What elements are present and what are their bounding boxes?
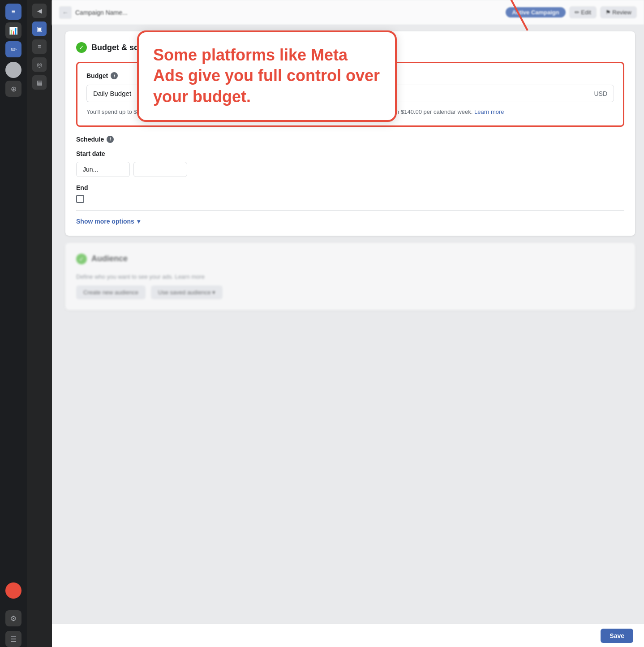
- audience-card: ✓ Audience Define who you want to see yo…: [65, 243, 635, 310]
- sidebar-icon-stats[interactable]: 📊: [5, 22, 21, 39]
- svg-line-1: [510, 0, 528, 30]
- callout-wrapper: Some platforms like Meta Ads give you fu…: [137, 30, 635, 122]
- audience-title: Audience: [91, 254, 128, 263]
- audience-check-icon: ✓: [76, 254, 87, 264]
- sidebar-icon-add[interactable]: ⊕: [5, 81, 21, 97]
- saved-audience-button[interactable]: Use saved audience ▾: [151, 285, 223, 299]
- budget-info-icon[interactable]: i: [111, 72, 118, 79]
- end-date-checkbox[interactable]: [76, 195, 84, 203]
- schedule-info-icon[interactable]: i: [107, 136, 114, 143]
- sidebar2-icon-4[interactable]: ◎: [32, 57, 47, 72]
- start-date-label: Start date: [76, 150, 624, 157]
- sidebar-icon-edit[interactable]: ✏: [5, 41, 21, 57]
- callout-text: Some platforms like Meta Ads give you fu…: [153, 45, 381, 108]
- sidebar2-icon-5[interactable]: ▤: [32, 75, 47, 90]
- create-audience-button[interactable]: Create new audience: [76, 285, 146, 299]
- show-more-label: Show more options: [76, 218, 134, 225]
- main-sidebar: ≡ 📊 ✏ ⊕ ⚙ ☰: [0, 0, 27, 647]
- sidebar-icon-menu[interactable]: ≡: [5, 4, 21, 20]
- budget-type-value: Daily Budget: [93, 90, 131, 97]
- sidebar-icon-more1[interactable]: ⚙: [5, 610, 21, 626]
- audience-desc: Define who you want to see your ads. Lea…: [76, 273, 624, 280]
- sidebar-avatar-1: [5, 62, 21, 78]
- callout-box: Some platforms like Meta Ads give you fu…: [137, 30, 397, 122]
- end-check-row: [76, 195, 624, 203]
- annotation-arrow: [501, 0, 545, 33]
- sidebar2-icon-3[interactable]: ≡: [32, 39, 47, 54]
- main-panel: ✓ Budget & schedule Budget i Daily Budge…: [52, 0, 644, 647]
- save-bar: Save: [52, 624, 644, 647]
- audience-header: ✓ Audience: [76, 254, 624, 264]
- secondary-sidebar: ◀ ▣ ≡ ◎ ▤: [27, 0, 52, 647]
- section-check-icon: ✓: [76, 42, 87, 53]
- date-inputs: Jun...: [76, 162, 624, 177]
- schedule-label: Schedule i: [76, 136, 624, 143]
- end-label: End: [76, 184, 624, 191]
- sidebar-icon-more2[interactable]: ☰: [5, 631, 21, 647]
- sidebar2-icon-2[interactable]: ▣: [32, 22, 47, 36]
- start-time-input[interactable]: [133, 162, 187, 177]
- audience-buttons: Create new audience Use saved audience ▾: [76, 285, 624, 299]
- start-date-input[interactable]: Jun...: [76, 162, 130, 177]
- save-button[interactable]: Save: [601, 629, 633, 643]
- show-more-arrow-icon: ▾: [137, 218, 140, 225]
- sidebar-avatar-2[interactable]: [5, 582, 21, 599]
- divider: [76, 210, 624, 211]
- sidebar2-icon-1[interactable]: ◀: [32, 4, 47, 18]
- show-more-button[interactable]: Show more options ▾: [76, 218, 624, 225]
